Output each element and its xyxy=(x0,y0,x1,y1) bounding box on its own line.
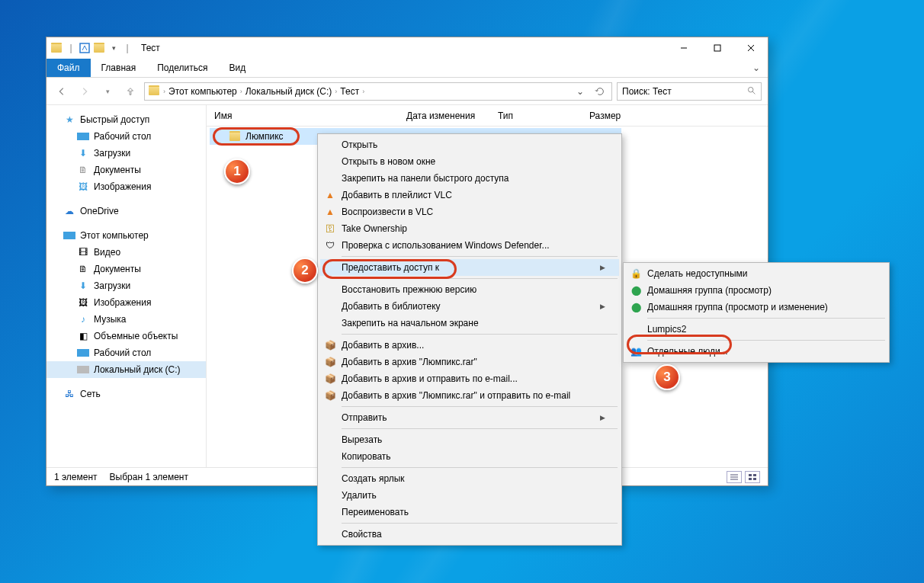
chevron-right-icon[interactable]: › xyxy=(335,88,337,95)
sidebar-item-video[interactable]: 🎞Видео xyxy=(47,244,206,261)
ctx-properties[interactable]: Свойства xyxy=(320,526,619,543)
sidebar-item-documents2[interactable]: 🗎Документы xyxy=(47,261,206,277)
folder-app-icon xyxy=(50,41,63,55)
tab-view[interactable]: Вид xyxy=(218,59,256,77)
svg-rect-10 xyxy=(749,474,752,476)
sidebar-item-downloads[interactable]: ⬇Загрузки xyxy=(47,145,206,162)
search-icon xyxy=(746,85,756,98)
sidebar-item-3d-objects[interactable]: ◧Объемные объекты xyxy=(47,328,206,344)
tab-home[interactable]: Главная xyxy=(91,59,147,77)
ctx-pin-to-start[interactable]: Закрепить на начальном экране xyxy=(320,315,619,332)
shield-icon: 🛡 xyxy=(323,239,337,252)
address-dropdown-icon[interactable]: ⌄ xyxy=(572,83,589,100)
col-type[interactable]: Тип xyxy=(490,111,582,121)
sidebar-network[interactable]: 🖧Сеть xyxy=(47,386,206,402)
sidebar-item-music[interactable]: ♪Музыка xyxy=(47,311,206,328)
ctx-give-access-to[interactable]: Предоставить доступ к▶ xyxy=(320,259,619,276)
ctx-rar-add-archive[interactable]: 📦Добавить в архив... xyxy=(320,337,619,354)
sub-homegroup-view[interactable]: ⬤Домашняя группа (просмотр) xyxy=(626,282,887,299)
qat-properties-icon[interactable] xyxy=(79,41,91,55)
status-item-count: 1 элемент xyxy=(54,472,98,482)
ctx-delete[interactable]: Удалить xyxy=(320,487,619,504)
nav-back-button[interactable] xyxy=(53,82,71,101)
nav-up-button[interactable] xyxy=(121,82,140,101)
ctx-vlc-add[interactable]: ▲Добавить в плейлист VLC xyxy=(320,187,619,203)
sidebar-this-pc[interactable]: Этот компьютер xyxy=(47,227,206,244)
minimize-button[interactable] xyxy=(667,37,701,59)
sidebar-item-desktop2[interactable]: Рабочий стол xyxy=(47,344,206,361)
breadcrumb[interactable]: Локальный диск (C:) xyxy=(245,86,332,97)
svg-rect-11 xyxy=(753,474,756,476)
sidebar-item-pictures[interactable]: 🖼Изображения xyxy=(47,178,206,195)
sidebar-item-localdisk[interactable]: Локальный диск (C:) xyxy=(47,361,206,378)
vlc-icon: ▲ xyxy=(323,188,337,202)
ctx-rar-add-named[interactable]: 📦Добавить в архив "Люмпикс.rar" xyxy=(320,354,619,370)
breadcrumb[interactable]: Тест xyxy=(340,86,359,97)
chevron-right-icon[interactable]: › xyxy=(240,88,242,95)
chevron-right-icon: ▶ xyxy=(600,303,605,310)
refresh-icon[interactable] xyxy=(592,83,608,100)
ctx-copy[interactable]: Копировать xyxy=(320,448,619,465)
col-size[interactable]: Размер xyxy=(582,111,643,121)
col-name[interactable]: Имя xyxy=(207,111,399,121)
cube-icon: ◧ xyxy=(77,330,89,342)
ctx-rar-named-email[interactable]: 📦Добавить в архив "Люмпикс.rar" и отправ… xyxy=(320,387,619,404)
chevron-right-icon: ▶ xyxy=(600,264,605,271)
ctx-open[interactable]: Открыть xyxy=(320,136,619,153)
svg-rect-0 xyxy=(80,43,89,53)
ctx-pin-quick-access[interactable]: Закрепить на панели быстрого доступа xyxy=(320,170,619,187)
view-details-button[interactable] xyxy=(727,471,742,483)
sidebar-item-desktop[interactable]: Рабочий стол xyxy=(47,128,206,145)
sidebar-item-documents[interactable]: 🗎Документы xyxy=(47,162,206,178)
view-icons-button[interactable] xyxy=(745,471,760,483)
chevron-right-icon[interactable]: › xyxy=(362,88,364,95)
pc-icon xyxy=(63,232,75,239)
ctx-open-new-window[interactable]: Открыть в новом окне xyxy=(320,153,619,170)
homegroup-icon: ⬤ xyxy=(629,283,643,297)
disk-icon xyxy=(77,366,89,373)
ctx-take-ownership[interactable]: ⚿Take Ownership xyxy=(320,220,619,237)
maximize-button[interactable] xyxy=(701,37,734,59)
sub-homegroup-edit[interactable]: ⬤Домашняя группа (просмотр и изменение) xyxy=(626,299,887,316)
ctx-create-shortcut[interactable]: Создать ярлык xyxy=(320,470,619,487)
ctx-cut[interactable]: Вырезать xyxy=(320,431,619,448)
winrar-icon: 📦 xyxy=(323,389,337,402)
ribbon-expand-icon[interactable]: ⌄ xyxy=(745,59,768,77)
close-button[interactable] xyxy=(734,37,768,59)
col-date[interactable]: Дата изменения xyxy=(399,111,490,121)
tab-share[interactable]: Поделиться xyxy=(146,59,218,77)
address-bar[interactable]: › Этот компьютер › Локальный диск (C:) ›… xyxy=(144,82,612,101)
ctx-defender-scan[interactable]: 🛡Проверка с использованием Windows Defen… xyxy=(320,237,619,254)
chevron-right-icon[interactable]: › xyxy=(163,88,165,95)
sidebar: ★Быстрый доступ Рабочий стол ⬇Загрузки 🗎… xyxy=(47,105,207,467)
qat-dropdown-icon[interactable]: ▾ xyxy=(107,41,120,55)
ctx-send-to[interactable]: Отправить▶ xyxy=(320,409,619,426)
ctx-rar-email[interactable]: 📦Добавить в архив и отправить по e-mail.… xyxy=(320,370,619,387)
search-input[interactable]: Поиск: Тест xyxy=(617,82,762,101)
nav-history-dropdown[interactable]: ▾ xyxy=(98,82,117,101)
ctx-add-to-library[interactable]: Добавить в библиотеку▶ xyxy=(320,298,619,315)
sidebar-onedrive[interactable]: ☁OneDrive xyxy=(47,203,206,219)
callout-badge-3: 3 xyxy=(654,364,680,390)
sidebar-item-pictures2[interactable]: 🖼Изображения xyxy=(47,294,206,311)
breadcrumb[interactable]: Этот компьютер xyxy=(168,86,237,97)
nav-forward-button[interactable] xyxy=(75,82,94,101)
winrar-icon: 📦 xyxy=(323,355,337,369)
sidebar-item-downloads2[interactable]: ⬇Загрузки xyxy=(47,277,206,294)
folder-name: Люмпикс xyxy=(245,131,284,142)
sub-lumpics2[interactable]: Lumpics2 xyxy=(626,321,887,338)
desktop-icon xyxy=(77,349,89,357)
homegroup-icon: ⬤ xyxy=(629,300,643,314)
downloads-icon: ⬇ xyxy=(77,280,89,292)
qat-sep: | xyxy=(65,41,77,55)
ctx-restore-previous[interactable]: Восстановить прежнюю версию xyxy=(320,281,619,298)
path-root-icon xyxy=(148,85,160,98)
tab-file[interactable]: Файл xyxy=(47,59,91,77)
ctx-rename[interactable]: Переименовать xyxy=(320,504,619,521)
ctx-vlc-play[interactable]: ▲Воспроизвести в VLC xyxy=(320,203,619,220)
sub-remove-access[interactable]: 🔒Сделать недоступными xyxy=(626,265,887,282)
sub-specific-people[interactable]: 👥Отдельные люди... xyxy=(626,343,887,360)
sidebar-quick-access[interactable]: ★Быстрый доступ xyxy=(47,111,206,128)
qat-newfolder-icon[interactable] xyxy=(92,41,106,55)
address-bar-row: ▾ › Этот компьютер › Локальный диск (C:)… xyxy=(47,78,768,105)
